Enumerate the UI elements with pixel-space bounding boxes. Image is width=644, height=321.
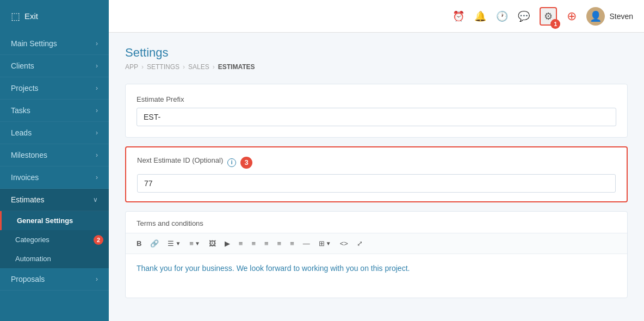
header-left: ⬚ Exit — [0, 0, 109, 33]
estimate-prefix-label: Estimate Prefix — [137, 95, 616, 103]
terms-content: Thank you for your business. We look for… — [137, 264, 410, 273]
next-id-input[interactable] — [137, 174, 616, 193]
sidebar-item-proposals[interactable]: Proposals › — [0, 268, 109, 291]
toolbar-align-dropdown[interactable]: ≡ ▼ — [186, 238, 203, 249]
chevron-right-icon: › — [96, 62, 98, 70]
sidebar: Main Settings › Clients › Projects › Tas… — [0, 33, 109, 321]
sidebar-item-main-settings[interactable]: Main Settings › — [0, 33, 109, 55]
breadcrumb-sales: SALES — [188, 63, 209, 71]
user-name: Steven — [609, 12, 633, 21]
sidebar-label-main-settings: Main Settings — [11, 39, 57, 48]
clock-icon[interactable]: 🕐 — [496, 10, 508, 22]
chevron-right-icon: › — [96, 84, 98, 92]
chat-icon[interactable]: 💬 — [518, 10, 530, 22]
toolbar-fullscreen[interactable]: ⤢ — [354, 238, 366, 249]
toolbar-bold[interactable]: B — [133, 238, 145, 249]
estimates-submenu: General Settings Categories 2 Automation — [0, 211, 109, 268]
toolbar-image[interactable]: 🖼 — [206, 238, 219, 249]
breadcrumb: APP › SETTINGS › SALES › ESTIMATES — [125, 63, 628, 71]
toolbar-outdent[interactable]: ≡ — [287, 238, 298, 249]
chevron-right-icon: › — [96, 40, 98, 47]
sidebar-sub-automation[interactable]: Automation — [0, 249, 109, 268]
toolbar-align-left[interactable]: ≡ — [236, 238, 246, 249]
estimate-prefix-section: Estimate Prefix — [125, 84, 628, 138]
sidebar-item-projects[interactable]: Projects › — [0, 77, 109, 100]
sidebar-label-milestones: Milestones — [11, 151, 47, 159]
toolbar-link[interactable]: 🔗 — [147, 238, 162, 249]
chevron-right-icon: › — [96, 107, 98, 114]
breadcrumb-settings: SETTINGS — [147, 63, 179, 71]
sidebar-label-estimates: Estimates — [11, 195, 44, 204]
gear-badge: 1 — [550, 19, 560, 29]
toolbar-indent[interactable]: ≡ — [274, 238, 285, 249]
toolbar-code[interactable]: <> — [337, 238, 351, 249]
sidebar-label-leads: Leads — [11, 128, 32, 137]
avatar: 👤 — [586, 7, 605, 26]
exit-button[interactable]: ⬚ Exit — [11, 10, 38, 22]
sub-label-automation: Automation — [15, 255, 51, 263]
next-id-badge: 3 — [240, 157, 252, 169]
next-id-label: Next Estimate ID (Optional) — [137, 156, 223, 164]
chevron-right-icon: › — [96, 129, 98, 137]
terms-label: Terms and conditions — [126, 212, 627, 233]
bell-icon[interactable]: 🔔 — [474, 10, 486, 22]
sidebar-item-invoices[interactable]: Invoices › — [0, 166, 109, 189]
sidebar-label-proposals: Proposals — [11, 275, 45, 283]
add-icon[interactable]: ⊕ — [567, 9, 577, 23]
app-header: ⬚ Exit ⏰ 🔔 🕐 💬 ⚙ 1 ⊕ 👤 Steven — [0, 0, 644, 33]
chevron-right-icon: › — [96, 174, 98, 181]
sidebar-item-leads[interactable]: Leads › — [0, 122, 109, 144]
sidebar-item-clients[interactable]: Clients › — [0, 55, 109, 77]
breadcrumb-sep3: › — [213, 63, 215, 71]
toolbar-list-dropdown[interactable]: ☰ ▼ — [164, 238, 184, 249]
next-id-label-row: Next Estimate ID (Optional) i 3 — [137, 156, 616, 169]
main-layout: Main Settings › Clients › Projects › Tas… — [0, 33, 644, 321]
breadcrumb-sep2: › — [183, 63, 185, 71]
sidebar-item-tasks[interactable]: Tasks › — [0, 100, 109, 122]
toolbar-align-right[interactable]: ≡ — [261, 238, 272, 249]
toolbar-video[interactable]: ▶ — [221, 238, 233, 249]
chevron-down-icon: ∨ — [93, 196, 98, 203]
exit-icon: ⬚ — [11, 10, 20, 22]
editor-toolbar: B 🔗 ☰ ▼ ≡ ▼ 🖼 ▶ ≡ ≡ ≡ ≡ ≡ — ⊞ ▼ <> ⤢ — [126, 233, 627, 254]
categories-badge: 2 — [94, 235, 103, 245]
exit-label: Exit — [24, 11, 38, 21]
terms-section: Terms and conditions B 🔗 ☰ ▼ ≡ ▼ 🖼 ▶ ≡ ≡… — [125, 211, 628, 298]
estimate-prefix-input[interactable] — [137, 108, 616, 126]
header-right: ⏰ 🔔 🕐 💬 ⚙ 1 ⊕ 👤 Steven — [453, 7, 633, 26]
breadcrumb-sep1: › — [141, 63, 144, 71]
sidebar-sub-general-settings[interactable]: General Settings — [0, 211, 109, 230]
page-title: Settings — [125, 46, 628, 60]
chevron-right-icon: › — [96, 275, 98, 283]
alarm-icon[interactable]: ⏰ — [453, 10, 465, 22]
gear-icon[interactable]: ⚙ 1 — [540, 7, 557, 26]
sidebar-sub-categories[interactable]: Categories 2 — [0, 230, 109, 249]
terms-editor-body[interactable]: Thank you for your business. We look for… — [126, 254, 627, 298]
sidebar-item-estimates[interactable]: Estimates ∨ — [0, 189, 109, 211]
info-icon: i — [227, 158, 236, 167]
sidebar-label-tasks: Tasks — [11, 106, 30, 115]
breadcrumb-estimates: ESTIMATES — [218, 63, 255, 71]
sidebar-label-invoices: Invoices — [11, 173, 39, 182]
content-area: Settings APP › SETTINGS › SALES › ESTIMA… — [109, 33, 644, 321]
chevron-right-icon: › — [96, 151, 98, 159]
sidebar-label-projects: Projects — [11, 84, 39, 92]
toolbar-align-center[interactable]: ≡ — [248, 238, 259, 249]
sidebar-item-milestones[interactable]: Milestones › — [0, 144, 109, 166]
sidebar-label-clients: Clients — [11, 61, 34, 70]
toolbar-table-dropdown[interactable]: ⊞ ▼ — [315, 238, 335, 249]
sub-label-general-settings: General Settings — [17, 217, 73, 225]
toolbar-hr[interactable]: — — [300, 238, 313, 249]
user-menu[interactable]: 👤 Steven — [586, 7, 633, 26]
next-estimate-id-section: Next Estimate ID (Optional) i 3 — [125, 146, 628, 202]
breadcrumb-app: APP — [125, 63, 138, 71]
sub-label-categories: Categories — [15, 236, 49, 244]
